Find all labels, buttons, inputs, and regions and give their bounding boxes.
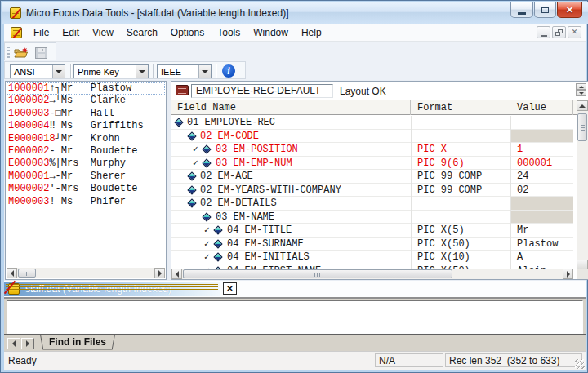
document-logo-icon[interactable] [11,27,22,38]
field-diamond-icon [187,171,196,180]
record-row[interactable]: 1000003-□Mr Hall [7,108,165,120]
field-diamond-icon [213,252,222,261]
field-diamond-icon [187,198,196,207]
spin-up-button[interactable] [576,83,586,90]
scroll-thumb[interactable] [18,269,36,278]
key-combo-arrow-button[interactable] [136,65,148,78]
menu-item-file[interactable]: File [27,27,56,38]
record-key: 1000001 [8,82,49,94]
field-row[interactable]: ✓04 EM-TITLEPIC X(5)Mr [172,224,573,238]
close-button[interactable]: ✕ [557,2,582,18]
scroll-track[interactable] [17,268,154,278]
mdi-close-button[interactable]: ✕ [568,26,581,38]
save-disk-icon [35,47,47,59]
charset-combo-arrow-button[interactable] [52,65,65,78]
scroll-thumb[interactable] [577,113,587,141]
field-row[interactable]: 02 EM-DETAILS [172,197,573,211]
menu-item-search[interactable]: Search [120,27,164,38]
open-folder-icon [14,47,29,59]
field-row[interactable]: 02 EM-AGEPIC 99 COMP24 [172,170,573,184]
toolbar-separator [216,64,216,78]
field-row[interactable]: 02 EM-CODE [172,130,573,144]
arrow-left-icon [12,340,16,347]
scroll-thumb[interactable] [183,269,452,278]
charset-combo[interactable]: ANSI [10,64,65,78]
field-row[interactable]: 02 EM-YEARS-WITH-COMPANYPIC 99 COMP02 [172,184,573,198]
tab-scroll-left-button[interactable] [7,338,20,349]
record-text: %|Mrs Murphy [49,158,126,169]
record-row[interactable]: E000002- Mr Boudette [7,145,165,158]
record-key: E0000018 [8,133,56,144]
record-row[interactable]: 1000002→┘Ms Clarke [7,95,165,107]
output-pane: Find in Files [4,299,586,351]
mdi-restore-button[interactable] [552,26,566,38]
document-tab[interactable]: staff.dat (Variable length Indexed) [4,282,220,296]
record-key: M000003 [8,196,49,207]
spin-down-button[interactable] [576,90,586,96]
menu-item-window[interactable]: Window [247,27,295,38]
empty-value-cell [510,197,573,210]
tab-scroll-right-button[interactable] [21,338,34,349]
resize-grip[interactable] [575,359,585,369]
key-combo[interactable]: Prime Key [74,64,149,78]
open-file-button[interactable] [13,46,29,60]
info-button[interactable]: i [222,64,235,78]
menu-item-tools[interactable]: Tools [211,27,247,38]
menu-item-view[interactable]: View [86,27,120,38]
record-row[interactable]: E000003%|Mrs Murphy [7,158,165,170]
record-row[interactable]: M000003! Ms Phifer [7,196,165,208]
field-row[interactable]: ✓04 EM-INITIALSPIC X(10)A [172,251,573,264]
field-row[interactable]: ✓03 EM-POSITIONPIC X1 [172,143,573,157]
document-close-button[interactable]: ✕ [223,282,237,295]
field-table-hscrollbar[interactable] [172,269,573,279]
layout-name-box[interactable]: EMPLOYEE-REC-DEFAULT [191,84,333,98]
menu-item-help[interactable]: Help [295,27,328,38]
menu-item-options[interactable]: Options [164,27,211,38]
record-row[interactable]: 1000001↑┐Mr Plastow [7,82,165,95]
scroll-right-button[interactable] [154,268,165,278]
record-text: ! Ms Phifer [49,196,126,207]
field-format: PIC 9(6) [417,157,465,171]
tab-find-in-files[interactable]: Find in Files [40,335,115,351]
field-name: 02 EM-AGE [200,170,253,184]
record-row[interactable]: M000001→-Mr Sherer [7,171,165,183]
field-table: 01 EMPLOYEE-REC02 EM-CODE✓03 EM-POSITION… [172,116,573,270]
field-table-vscrollbar[interactable] [577,100,588,270]
minimize-button[interactable] [510,2,533,18]
record-list-hscrollbar[interactable] [7,268,165,278]
column-value[interactable]: Value [510,100,573,115]
float-format-combo-arrow-button[interactable] [198,65,211,78]
menu-bar: FileEditViewSearchOptionsToolsWindowHelp… [4,24,586,42]
record-row[interactable]: M000002'-Mrs Boudette [7,183,165,195]
scroll-left-button[interactable] [172,269,182,279]
toolbar-grip[interactable] [7,47,10,58]
column-format[interactable]: Format [411,100,510,115]
field-name: 04 EM-TITLE [227,224,292,238]
arrow-right-icon [567,271,570,278]
field-row[interactable]: 03 EM-NAME [172,211,573,224]
menu-item-edit[interactable]: Edit [56,27,86,38]
scroll-track[interactable] [182,269,563,279]
title-bar: Micro Focus Data Tools - [staff.dat (Var… [2,2,588,24]
record-list: 1000001↑┐Mr Plastow1000002→┘Ms Clarke100… [7,82,165,269]
field-format: PIC X(50) [417,238,470,251]
scroll-right-button[interactable] [563,269,573,279]
float-format-combo[interactable]: IEEE [157,64,212,78]
find-results-area[interactable] [7,300,583,334]
scroll-up-button[interactable] [577,100,588,111]
field-row[interactable]: 01 EMPLOYEE-REC [172,116,573,130]
column-field-name[interactable]: Field Name [172,100,411,115]
scroll-left-button[interactable] [7,268,17,278]
chevron-down-icon [56,70,62,73]
field-row[interactable]: ✓04 EM-SURNAMEPIC X(50)Plastow [172,238,573,251]
mdi-minimize-button[interactable] [537,26,550,38]
save-file-button[interactable] [33,46,49,60]
record-key: 1000004 [8,120,49,131]
maximize-button[interactable] [534,2,556,18]
record-key: E000002 [8,145,49,157]
record-row[interactable]: 1000004‼ Ms Griffiths [7,120,165,132]
record-row[interactable]: E0000018┘Mr Krohn [7,133,165,145]
empty-value-cell [510,130,573,143]
field-format: PIC X(10) [417,251,470,264]
field-row[interactable]: ✓03 EM-EMP-NUMPIC 9(6)000001 [172,157,573,171]
